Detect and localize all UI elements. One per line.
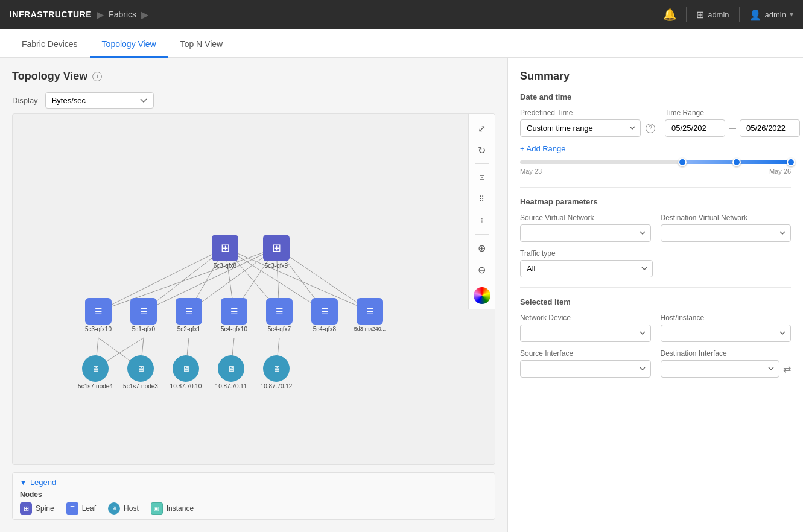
host3-label: 10.87.70.10: [168, 383, 204, 390]
predefined-time-select[interactable]: Custom time range Last 1 hour Last 24 ho…: [520, 119, 641, 137]
legend-nodes-label: Nodes: [20, 490, 487, 499]
spine2-label: 5c3-qfx9: [258, 262, 294, 269]
host-instance-label: Host/instance: [661, 314, 792, 322]
nav-divider1: [686, 7, 687, 22]
node-host-1[interactable]: 🖥 5c1s7-node4: [82, 355, 109, 382]
node-leaf-4[interactable]: ☰ 5c4-qfx10: [221, 298, 247, 325]
source-vn-select[interactable]: [520, 224, 651, 242]
nav-sep2: ▶: [141, 9, 148, 21]
host-instance-select[interactable]: [661, 325, 792, 342]
host5-label: 10.87.70.12: [258, 383, 294, 390]
main-layout: Topology View i Display Bytes/sec Packet…: [0, 58, 803, 532]
zoom-out-icon[interactable]: ⊖: [472, 260, 492, 279]
network-device-group: Network Device: [520, 314, 651, 342]
time-slider-track: [520, 160, 791, 164]
time-slider-thumb1[interactable]: [678, 158, 687, 166]
traffic-type-select[interactable]: All Unicast Multicast: [520, 260, 653, 277]
legend-toggle-label: Legend: [30, 478, 56, 487]
node-leaf-2[interactable]: ☰ 5c1-qfx0: [130, 298, 157, 325]
node-host-4[interactable]: 🖥 10.87.70.11: [218, 355, 244, 382]
dest-vn-select[interactable]: [661, 224, 792, 242]
windows-icon[interactable]: ⊞: [696, 9, 704, 21]
datetime-form-row: Predefined Time Custom time range Last 1…: [520, 109, 791, 137]
user-icon: 👤: [749, 9, 761, 21]
swap-icon[interactable]: ⇄: [783, 363, 791, 375]
legend-item-instance: ▣ Instance: [151, 502, 194, 515]
add-range-link[interactable]: + Add Range: [520, 144, 791, 153]
tab-fabric-devices[interactable]: Fabric Devices: [10, 32, 90, 58]
date-end-input[interactable]: [740, 119, 800, 137]
right-panel: Summary Date and time Predefined Time Cu…: [507, 58, 803, 532]
bell-icon[interactable]: 🔔: [663, 8, 676, 21]
node-host-5[interactable]: 🖥 10.87.70.12: [263, 355, 290, 382]
topology-info-icon[interactable]: i: [92, 72, 102, 81]
predefined-time-group: Predefined Time Custom time range Last 1…: [520, 109, 655, 137]
dest-interface-select[interactable]: [661, 360, 780, 378]
time-slider-labels: May 23 May 26: [520, 168, 791, 175]
selected-item-section-title: Selected item: [520, 297, 791, 306]
nodes-icon[interactable]: ⁞: [472, 211, 492, 230]
refresh-icon[interactable]: ↻: [472, 141, 492, 160]
selected-item-row1: Network Device Host/instance: [520, 314, 791, 342]
dest-vn-group: Destination Virtual Network: [661, 214, 792, 242]
host1-label: 5c1s7-node4: [77, 383, 113, 390]
legend-item-spine: ⊞ Spine: [20, 502, 54, 515]
tab-topology-view[interactable]: Topology View: [90, 32, 168, 58]
time-slider-thumb3[interactable]: [787, 158, 795, 166]
zoom-in-icon[interactable]: ⊕: [472, 238, 492, 258]
date-range-row: — 📅: [665, 119, 803, 137]
slider-label-min: May 23: [520, 168, 542, 175]
legend-chevron-icon: ▼: [20, 479, 27, 486]
tab-top-n-view[interactable]: Top N View: [168, 32, 235, 58]
node-leaf-1[interactable]: ☰ 5c3-qfx10: [85, 298, 112, 325]
dest-vn-label: Destination Virtual Network: [661, 214, 792, 222]
node-spine-1[interactable]: ⊞ 5c3-qfx8: [212, 235, 238, 261]
predefined-help-icon[interactable]: ?: [646, 124, 655, 133]
node-host-3[interactable]: 🖥 10.87.70.10: [173, 355, 199, 382]
legend-toggle[interactable]: ▼ Legend: [20, 478, 487, 487]
legend-leaf-icon: ☰: [66, 502, 78, 515]
dest-interface-label: Destination Interface: [661, 349, 792, 358]
admin-area2[interactable]: 👤 admin ▾: [749, 9, 793, 21]
node-leaf-7[interactable]: ☰ 5d3-mx240...: [357, 298, 383, 325]
dest-interface-group: Destination Interface ⇄: [661, 349, 792, 378]
grid-icon[interactable]: ⠿: [472, 189, 492, 209]
leaf4-label: 5c4-qfx10: [216, 326, 252, 332]
toolbar-sep3: [475, 283, 489, 283]
node-host-2[interactable]: 🖥 5c1s7-node3: [127, 355, 154, 382]
layout-icon[interactable]: ⊡: [472, 168, 492, 187]
colorwheel-icon[interactable]: [474, 287, 490, 304]
time-range-label: Time Range: [665, 109, 803, 117]
leaf1-label: 5c3-qfx10: [80, 326, 116, 332]
node-leaf-5[interactable]: ☰ 5c4-qfx7: [266, 298, 293, 325]
time-slider-container: May 23 May 26: [520, 160, 791, 175]
legend-leaf-label: Leaf: [82, 504, 96, 513]
svg-line-8: [144, 248, 276, 311]
host-instance-group: Host/instance: [661, 314, 792, 342]
admin-label2: admin: [765, 10, 786, 19]
nav-divider2: [739, 7, 740, 22]
heatmap-section-title: Heatmap parameters: [520, 197, 791, 206]
fit-icon[interactable]: ⤢: [472, 119, 492, 138]
source-interface-select[interactable]: [520, 360, 651, 378]
source-interface-label: Source Interface: [520, 349, 651, 358]
nav-fabrics[interactable]: Fabrics: [109, 10, 136, 19]
nav-sep1: ▶: [97, 9, 104, 21]
node-leaf-3[interactable]: ☰ 5c2-qfx1: [176, 298, 202, 325]
node-leaf-6[interactable]: ☰ 5c4-qfx8: [311, 298, 338, 325]
leaf2-label: 5c1-qfx0: [125, 326, 162, 332]
divider2: [520, 287, 791, 288]
panel-title-text: Topology View: [12, 70, 87, 83]
predefined-time-row: Custom time range Last 1 hour Last 24 ho…: [520, 119, 655, 137]
time-slider-thumb2[interactable]: [732, 158, 741, 166]
selected-item-row2: Source Interface Destination Interface ⇄: [520, 349, 791, 378]
nav-right: 🔔 ⊞ admin 👤 admin ▾: [663, 7, 793, 22]
network-device-select[interactable]: [520, 325, 651, 342]
date-start-input[interactable]: [665, 119, 725, 137]
display-select[interactable]: Bytes/sec Packets/sec Errors: [45, 92, 154, 109]
panel-title-area: Topology View i: [12, 70, 495, 83]
network-device-label: Network Device: [520, 314, 651, 322]
spine1-label: 5c3-qfx8: [207, 262, 243, 269]
host2-label: 5c1s7-node3: [122, 383, 159, 390]
node-spine-2[interactable]: ⊞ 5c3-qfx9: [263, 235, 290, 261]
